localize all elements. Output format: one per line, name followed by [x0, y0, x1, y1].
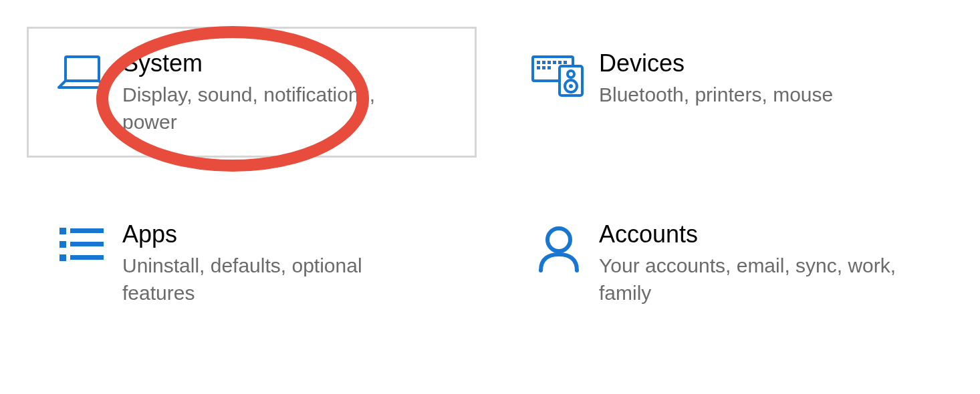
apps-list-icon	[49, 220, 116, 264]
devices-icon	[525, 49, 592, 98]
settings-tile-apps[interactable]: Apps Uninstall, defaults, optional featu…	[27, 198, 477, 329]
svg-rect-8	[558, 61, 562, 64]
tile-text: Devices Bluetooth, printers, mouse	[592, 49, 833, 109]
svg-rect-18	[70, 228, 104, 233]
svg-rect-7	[553, 61, 556, 64]
tile-description: Bluetooth, printers, mouse	[599, 81, 833, 109]
svg-point-16	[569, 84, 573, 88]
tile-title: System	[122, 49, 430, 77]
settings-tile-accounts[interactable]: Accounts Your accounts, email, sync, wor…	[503, 198, 953, 329]
laptop-icon	[49, 49, 116, 91]
tile-text: Accounts Your accounts, email, sync, wor…	[592, 220, 906, 307]
svg-rect-20	[70, 242, 104, 246]
svg-rect-9	[564, 61, 567, 64]
settings-tile-devices[interactable]: Devices Bluetooth, printers, mouse	[503, 27, 953, 158]
svg-rect-22	[70, 255, 104, 260]
svg-rect-12	[547, 66, 551, 69]
tile-title: Accounts	[599, 220, 906, 248]
tile-text: System Display, sound, notifications, po…	[116, 49, 430, 136]
svg-rect-21	[59, 254, 66, 261]
svg-rect-11	[542, 66, 545, 69]
person-icon	[525, 220, 592, 273]
tile-title: Apps	[122, 220, 430, 248]
tile-text: Apps Uninstall, defaults, optional featu…	[116, 220, 430, 307]
tile-title: Devices	[599, 49, 833, 77]
tile-description: Uninstall, defaults, optional features	[122, 252, 430, 307]
settings-categories-grid: System Display, sound, notifications, po…	[0, 0, 980, 355]
svg-rect-10	[537, 66, 540, 69]
tile-description: Your accounts, email, sync, work, family	[599, 252, 906, 307]
svg-point-23	[547, 228, 570, 251]
svg-rect-19	[59, 241, 66, 248]
svg-rect-6	[547, 61, 551, 64]
svg-rect-5	[542, 61, 545, 64]
svg-rect-0	[66, 57, 99, 81]
settings-tile-system[interactable]: System Display, sound, notifications, po…	[27, 27, 477, 158]
tile-description: Display, sound, notifications, power	[122, 81, 430, 136]
svg-rect-4	[537, 61, 540, 64]
svg-rect-17	[59, 228, 66, 234]
